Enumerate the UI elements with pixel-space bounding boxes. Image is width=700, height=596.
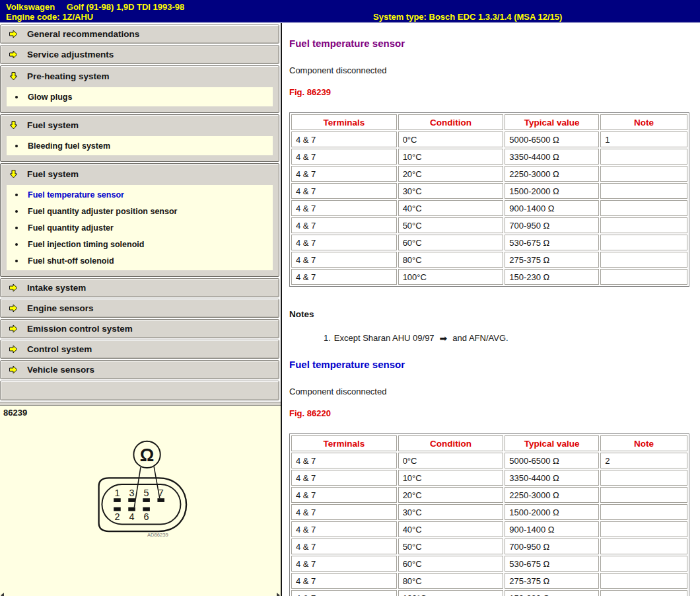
sidebar-group-pre-heating-system: Pre-heating systemGlow plugs bbox=[0, 65, 279, 113]
section2-figure-ref-link[interactable]: Fig. 86220 bbox=[289, 408, 700, 418]
sidebar-item-fuel-injection-timing-solenoid[interactable]: Fuel injection timing solenoid bbox=[7, 236, 273, 252]
table-cell: 20°C bbox=[398, 487, 504, 503]
table-cell bbox=[600, 217, 687, 233]
column-header: Condition bbox=[398, 114, 504, 130]
table-cell: 2250-3000 Ω bbox=[505, 166, 599, 182]
pin-contact bbox=[128, 498, 135, 502]
table-cell: 4 & 7 bbox=[291, 470, 397, 486]
arrow-right-icon bbox=[9, 365, 18, 375]
sidebar-section-general-recommendations[interactable]: General recommendations bbox=[0, 24, 279, 44]
table-row: 4 & 760°C530-675 Ω bbox=[291, 235, 687, 250]
pin-label: 7 bbox=[158, 488, 164, 498]
pin-label: 4 bbox=[129, 511, 135, 522]
section1-subtitle: Component disconnected bbox=[289, 65, 700, 75]
sidebar-sublist: Fuel temperature sensorFuel quantity adj… bbox=[7, 185, 273, 270]
app-window: Volkswagen Golf (91-98) 1,9D TDI 1993-98… bbox=[0, 0, 700, 596]
table-row: 4 & 780°C275-375 Ω bbox=[291, 252, 687, 268]
sidebar-section-vehicle-sensors[interactable]: Vehicle sensors bbox=[0, 360, 279, 379]
table-cell bbox=[600, 504, 687, 520]
column-header: Terminals bbox=[291, 435, 397, 451]
pin-contact bbox=[157, 498, 164, 502]
note-number: 1. bbox=[324, 333, 331, 343]
table-cell: 2250-3000 Ω bbox=[505, 487, 599, 503]
sidebar-sublist: Glow plugs bbox=[7, 87, 273, 106]
table-cell: 4 & 7 bbox=[291, 453, 397, 468]
table-cell bbox=[600, 149, 687, 165]
figure-watermark: AD86239 bbox=[147, 532, 168, 538]
sidebar-section-intake-system[interactable]: Intake system bbox=[0, 278, 279, 297]
sidebar-empty-panel bbox=[0, 381, 279, 400]
section2-title-link[interactable]: Fuel temperature sensor bbox=[289, 359, 700, 370]
sidebar-section-emission-control-system[interactable]: Emission control system bbox=[0, 319, 279, 338]
table-row: 4 & 750°C700-950 Ω bbox=[291, 217, 687, 233]
sidebar-item-fuel-temperature-sensor[interactable]: Fuel temperature sensor bbox=[7, 186, 273, 203]
pin-contact bbox=[143, 498, 150, 502]
sidebar-section-label: Fuel system bbox=[27, 120, 79, 130]
sidebar-section-label: Fuel system bbox=[27, 169, 79, 179]
sidebar-item-glow-plugs[interactable]: Glow plugs bbox=[7, 89, 273, 105]
table-cell: 80°C bbox=[398, 573, 504, 589]
table-cell: 2 bbox=[600, 453, 687, 468]
content-area: General recommendationsService adjustmen… bbox=[0, 23, 700, 596]
sidebar-section-service-adjustments[interactable]: Service adjustments bbox=[0, 45, 279, 64]
table-cell: 4 & 7 bbox=[291, 217, 397, 233]
table-cell: 1500-2000 Ω bbox=[505, 504, 599, 520]
pin-label: 5 bbox=[144, 488, 149, 498]
sidebar-section-control-system[interactable]: Control system bbox=[0, 340, 279, 359]
table-row: 4 & 730°C1500-2000 Ω bbox=[291, 504, 687, 520]
sidebar-item-fuel-quantity-adjuster-position-sensor[interactable]: Fuel quantity adjuster position sensor bbox=[7, 203, 273, 219]
values-table-1: TerminalsConditionTypical valueNote4 & 7… bbox=[289, 112, 689, 287]
figure-hscrollbar[interactable] bbox=[0, 592, 281, 596]
scroll-left-icon[interactable] bbox=[1, 593, 4, 596]
table-cell: 30°C bbox=[398, 504, 504, 520]
sidebar-sublist: Bleeding fuel system bbox=[7, 136, 273, 155]
table-row: 4 & 7100°C150-230 Ω bbox=[291, 269, 687, 285]
bullet-icon bbox=[15, 210, 18, 213]
arrow-right-icon bbox=[9, 283, 18, 293]
sidebar-item-fuel-quantity-adjuster[interactable]: Fuel quantity adjuster bbox=[7, 219, 273, 236]
table-cell: 3350-4400 Ω bbox=[505, 149, 599, 165]
section1-title-link[interactable]: Fuel temperature sensor bbox=[289, 38, 700, 49]
sidebar-section-fuel-system-2[interactable]: Fuel system bbox=[1, 164, 279, 184]
table-cell: 4 & 7 bbox=[291, 200, 397, 216]
sidebar-section-label: Engine sensors bbox=[27, 303, 94, 313]
table-cell: 530-675 Ω bbox=[505, 556, 599, 572]
table-row: 4 & 760°C530-675 Ω bbox=[291, 556, 687, 572]
sidebar-item-label: Fuel injection timing solenoid bbox=[28, 240, 144, 249]
sidebar-item-bleeding-fuel-system[interactable]: Bleeding fuel system bbox=[7, 137, 273, 154]
sidebar: General recommendationsService adjustmen… bbox=[0, 23, 282, 596]
sidebar-section-pre-heating-system[interactable]: Pre-heating system bbox=[1, 66, 279, 86]
table-cell: 150-230 Ω bbox=[505, 590, 599, 596]
table-cell: 3350-4400 Ω bbox=[505, 470, 599, 486]
table-cell bbox=[600, 166, 687, 182]
table-header-row: TerminalsConditionTypical valueNote bbox=[291, 435, 687, 451]
sidebar-item-label: Fuel quantity adjuster position sensor bbox=[28, 207, 177, 216]
sidebar-item-fuel-shut-off-solenoid[interactable]: Fuel shut-off solenoid bbox=[7, 252, 273, 269]
sidebar-section-engine-sensors[interactable]: Engine sensors bbox=[0, 299, 279, 318]
table-cell: 40°C bbox=[398, 521, 504, 537]
table-row: 4 & 740°C900-1400 Ω bbox=[291, 200, 687, 216]
table-cell: 900-1400 Ω bbox=[505, 200, 599, 216]
sidebar-section-fuel-system[interactable]: Fuel system bbox=[1, 115, 279, 135]
table-cell: 50°C bbox=[398, 217, 504, 233]
sidebar-item-label: Glow plugs bbox=[28, 93, 72, 102]
pin-contact bbox=[114, 498, 121, 502]
pin-label: 2 bbox=[114, 511, 120, 522]
table-cell bbox=[600, 573, 687, 589]
table-cell bbox=[600, 470, 687, 486]
scroll-right-icon[interactable] bbox=[277, 593, 280, 596]
sidebar-item-label: Bleeding fuel system bbox=[28, 141, 110, 151]
table-row: 4 & 710°C3350-4400 Ω bbox=[291, 149, 687, 165]
main-pane: Fuel temperature sensor Component discon… bbox=[282, 23, 700, 596]
engine-code: Engine code: 1Z/AHU bbox=[6, 12, 93, 22]
table-row: 4 & 720°C2250-3000 Ω bbox=[291, 166, 687, 182]
table-cell: 4 & 7 bbox=[291, 521, 397, 537]
table-cell bbox=[600, 252, 687, 268]
table-cell: 10°C bbox=[398, 149, 504, 165]
table-cell: 4 & 7 bbox=[291, 149, 397, 165]
bullet-icon bbox=[15, 260, 18, 262]
table-row: 4 & 710°C3350-4400 Ω bbox=[291, 470, 687, 486]
column-header: Note bbox=[600, 435, 687, 451]
arrow-down-icon bbox=[9, 169, 18, 179]
section1-figure-ref-link[interactable]: Fig. 86239 bbox=[289, 87, 700, 97]
